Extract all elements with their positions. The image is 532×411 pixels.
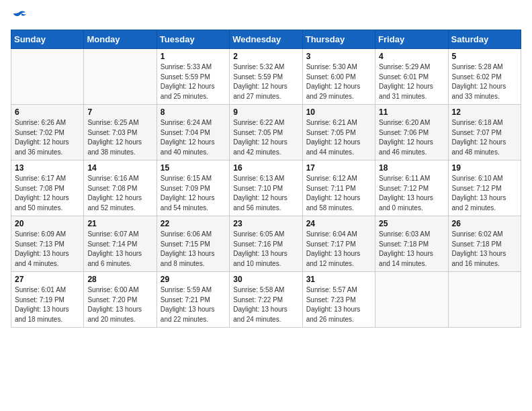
calendar-cell: 15Sunrise: 6:15 AM Sunset: 7:09 PM Dayli… xyxy=(157,161,229,216)
calendar-cell xyxy=(84,49,157,105)
day-number: 9 xyxy=(233,107,298,117)
day-info: Sunrise: 5:33 AM Sunset: 5:59 PM Dayligh… xyxy=(161,62,226,101)
calendar-cell xyxy=(375,272,448,328)
calendar-cell: 18Sunrise: 6:11 AM Sunset: 7:12 PM Dayli… xyxy=(375,161,448,216)
day-info: Sunrise: 5:58 AM Sunset: 7:22 PM Dayligh… xyxy=(233,285,298,324)
day-number: 11 xyxy=(379,107,444,117)
logo-bird-icon xyxy=(12,11,27,24)
calendar-cell xyxy=(448,272,521,328)
day-info: Sunrise: 6:12 AM Sunset: 7:11 PM Dayligh… xyxy=(306,174,371,213)
day-info: Sunrise: 6:02 AM Sunset: 7:18 PM Dayligh… xyxy=(452,230,517,269)
day-number: 24 xyxy=(306,219,371,228)
day-number: 1 xyxy=(161,52,226,61)
week-row-0: 1Sunrise: 5:33 AM Sunset: 5:59 PM Daylig… xyxy=(11,49,521,105)
day-number: 5 xyxy=(452,52,517,61)
calendar-cell: 20Sunrise: 6:09 AM Sunset: 7:13 PM Dayli… xyxy=(11,216,84,272)
day-number: 29 xyxy=(161,275,226,284)
calendar-cell: 17Sunrise: 6:12 AM Sunset: 7:11 PM Dayli… xyxy=(302,161,375,216)
day-number: 19 xyxy=(452,163,517,173)
weekday-header-tuesday: Tuesday xyxy=(157,30,229,49)
day-number: 22 xyxy=(161,219,226,228)
day-number: 31 xyxy=(306,275,371,284)
day-number: 8 xyxy=(161,107,226,117)
calendar-cell: 2Sunrise: 5:32 AM Sunset: 5:59 PM Daylig… xyxy=(230,49,302,105)
calendar-cell: 9Sunrise: 6:22 AM Sunset: 7:05 PM Daylig… xyxy=(230,105,302,161)
day-number: 28 xyxy=(87,275,152,284)
day-number: 16 xyxy=(233,163,298,173)
header xyxy=(11,11,521,24)
calendar-cell: 12Sunrise: 6:18 AM Sunset: 7:07 PM Dayli… xyxy=(448,105,521,161)
day-number: 26 xyxy=(452,219,517,228)
day-number: 14 xyxy=(87,163,152,173)
calendar-cell: 1Sunrise: 5:33 AM Sunset: 5:59 PM Daylig… xyxy=(157,49,229,105)
day-info: Sunrise: 6:15 AM Sunset: 7:09 PM Dayligh… xyxy=(161,174,226,213)
day-info: Sunrise: 6:21 AM Sunset: 7:05 PM Dayligh… xyxy=(306,118,371,157)
day-info: Sunrise: 5:32 AM Sunset: 5:59 PM Dayligh… xyxy=(233,62,298,101)
weekday-header-wednesday: Wednesday xyxy=(230,30,302,49)
day-info: Sunrise: 6:17 AM Sunset: 7:08 PM Dayligh… xyxy=(15,174,80,213)
day-info: Sunrise: 6:24 AM Sunset: 7:04 PM Dayligh… xyxy=(161,118,226,157)
day-number: 15 xyxy=(161,163,226,173)
calendar-cell: 29Sunrise: 5:59 AM Sunset: 7:21 PM Dayli… xyxy=(157,272,229,328)
day-info: Sunrise: 6:04 AM Sunset: 7:17 PM Dayligh… xyxy=(306,230,371,269)
day-number: 17 xyxy=(306,163,371,173)
day-info: Sunrise: 6:13 AM Sunset: 7:10 PM Dayligh… xyxy=(233,174,298,213)
day-info: Sunrise: 6:01 AM Sunset: 7:19 PM Dayligh… xyxy=(15,285,80,324)
calendar-cell: 26Sunrise: 6:02 AM Sunset: 7:18 PM Dayli… xyxy=(448,216,521,272)
day-number: 25 xyxy=(379,219,444,228)
calendar-cell: 28Sunrise: 6:00 AM Sunset: 7:20 PM Dayli… xyxy=(84,272,157,328)
weekday-header-monday: Monday xyxy=(84,30,157,49)
calendar-cell: 24Sunrise: 6:04 AM Sunset: 7:17 PM Dayli… xyxy=(302,216,375,272)
week-row-1: 6Sunrise: 6:26 AM Sunset: 7:02 PM Daylig… xyxy=(11,105,521,161)
calendar-cell xyxy=(11,49,84,105)
day-number: 23 xyxy=(233,219,298,228)
calendar-cell: 19Sunrise: 6:10 AM Sunset: 7:12 PM Dayli… xyxy=(448,161,521,216)
week-row-4: 27Sunrise: 6:01 AM Sunset: 7:19 PM Dayli… xyxy=(11,272,521,328)
day-info: Sunrise: 6:06 AM Sunset: 7:15 PM Dayligh… xyxy=(161,230,226,269)
day-number: 27 xyxy=(15,275,80,284)
calendar-cell: 16Sunrise: 6:13 AM Sunset: 7:10 PM Dayli… xyxy=(230,161,302,216)
calendar-cell: 8Sunrise: 6:24 AM Sunset: 7:04 PM Daylig… xyxy=(157,105,229,161)
day-info: Sunrise: 5:28 AM Sunset: 6:02 PM Dayligh… xyxy=(452,62,517,101)
day-number: 2 xyxy=(233,52,298,61)
week-row-3: 20Sunrise: 6:09 AM Sunset: 7:13 PM Dayli… xyxy=(11,216,521,272)
day-info: Sunrise: 6:16 AM Sunset: 7:08 PM Dayligh… xyxy=(87,174,152,213)
logo xyxy=(11,11,27,24)
weekday-header-row: SundayMondayTuesdayWednesdayThursdayFrid… xyxy=(11,30,521,49)
day-number: 7 xyxy=(87,107,152,117)
day-info: Sunrise: 6:07 AM Sunset: 7:14 PM Dayligh… xyxy=(87,230,152,269)
calendar-cell: 10Sunrise: 6:21 AM Sunset: 7:05 PM Dayli… xyxy=(302,105,375,161)
day-info: Sunrise: 6:25 AM Sunset: 7:03 PM Dayligh… xyxy=(87,118,152,157)
day-number: 21 xyxy=(87,219,152,228)
calendar-cell: 31Sunrise: 5:57 AM Sunset: 7:23 PM Dayli… xyxy=(302,272,375,328)
calendar-cell: 4Sunrise: 5:29 AM Sunset: 6:01 PM Daylig… xyxy=(375,49,448,105)
weekday-header-friday: Friday xyxy=(375,30,448,49)
day-number: 13 xyxy=(15,163,80,173)
day-info: Sunrise: 6:20 AM Sunset: 7:06 PM Dayligh… xyxy=(379,118,444,157)
calendar-cell: 21Sunrise: 6:07 AM Sunset: 7:14 PM Dayli… xyxy=(84,216,157,272)
weekday-header-saturday: Saturday xyxy=(448,30,521,49)
day-number: 4 xyxy=(379,52,444,61)
calendar-cell: 23Sunrise: 6:05 AM Sunset: 7:16 PM Dayli… xyxy=(230,216,302,272)
day-info: Sunrise: 6:22 AM Sunset: 7:05 PM Dayligh… xyxy=(233,118,298,157)
day-info: Sunrise: 6:10 AM Sunset: 7:12 PM Dayligh… xyxy=(452,174,517,213)
day-info: Sunrise: 5:59 AM Sunset: 7:21 PM Dayligh… xyxy=(161,285,226,324)
calendar-cell: 11Sunrise: 6:20 AM Sunset: 7:06 PM Dayli… xyxy=(375,105,448,161)
day-info: Sunrise: 6:03 AM Sunset: 7:18 PM Dayligh… xyxy=(379,230,444,269)
calendar-cell: 7Sunrise: 6:25 AM Sunset: 7:03 PM Daylig… xyxy=(84,105,157,161)
day-number: 6 xyxy=(15,107,80,117)
day-info: Sunrise: 6:00 AM Sunset: 7:20 PM Dayligh… xyxy=(87,285,152,324)
day-info: Sunrise: 5:29 AM Sunset: 6:01 PM Dayligh… xyxy=(379,62,444,101)
day-info: Sunrise: 6:18 AM Sunset: 7:07 PM Dayligh… xyxy=(452,118,517,157)
calendar-table: SundayMondayTuesdayWednesdayThursdayFrid… xyxy=(11,30,521,328)
page: SundayMondayTuesdayWednesdayThursdayFrid… xyxy=(0,0,532,334)
day-info: Sunrise: 5:30 AM Sunset: 6:00 PM Dayligh… xyxy=(306,62,371,101)
calendar-cell: 22Sunrise: 6:06 AM Sunset: 7:15 PM Dayli… xyxy=(157,216,229,272)
day-info: Sunrise: 6:05 AM Sunset: 7:16 PM Dayligh… xyxy=(233,230,298,269)
calendar-cell: 27Sunrise: 6:01 AM Sunset: 7:19 PM Dayli… xyxy=(11,272,84,328)
day-info: Sunrise: 6:26 AM Sunset: 7:02 PM Dayligh… xyxy=(15,118,80,157)
day-info: Sunrise: 5:57 AM Sunset: 7:23 PM Dayligh… xyxy=(306,285,371,324)
calendar-cell: 30Sunrise: 5:58 AM Sunset: 7:22 PM Dayli… xyxy=(230,272,302,328)
calendar-cell: 13Sunrise: 6:17 AM Sunset: 7:08 PM Dayli… xyxy=(11,161,84,216)
weekday-header-sunday: Sunday xyxy=(11,30,84,49)
